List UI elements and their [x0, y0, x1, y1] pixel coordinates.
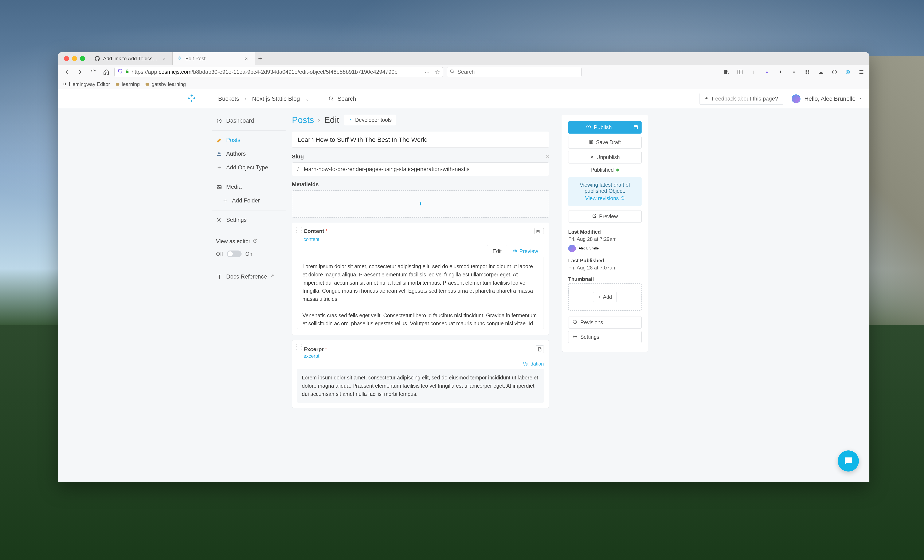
- svg-point-18: [515, 250, 516, 252]
- help-icon[interactable]: [253, 238, 258, 245]
- sidebar-item-docs[interactable]: Docs Reference ↗: [212, 271, 286, 283]
- extension-icon-5[interactable]: ☁: [817, 68, 825, 76]
- preview-tab[interactable]: Preview: [507, 245, 544, 257]
- chevron-down-icon[interactable]: [305, 97, 310, 101]
- page-actions-icon[interactable]: ···: [424, 69, 430, 76]
- bookmark-learning[interactable]: learning: [115, 81, 140, 87]
- bookmark-hemingway[interactable]: H Hemingway Editor: [62, 81, 110, 87]
- button-label: Add: [603, 294, 612, 300]
- breadcrumb-posts[interactable]: Posts: [292, 115, 314, 125]
- url-text: https://app.cosmicjs.com/b8bdab30-e91e-1…: [132, 69, 422, 75]
- button-label: Publish: [594, 124, 612, 130]
- window-close-button[interactable]: [64, 56, 69, 61]
- tab-close-button[interactable]: ×: [162, 55, 166, 62]
- validation-link[interactable]: Validation: [297, 361, 544, 367]
- excerpt-body[interactable]: Lorem ipsum dolor sit amet, consectetur …: [297, 369, 544, 403]
- url-bar[interactable]: https://app.cosmicjs.com/b8bdab30-e91e-1…: [114, 67, 443, 77]
- post-title-input[interactable]: [292, 132, 549, 148]
- browser-tab-bar: Add link to Add Topics button s × Edit P…: [58, 52, 869, 65]
- close-icon[interactable]: ×: [546, 153, 549, 160]
- drag-handle-icon[interactable]: ⋮⋮⋮⋮: [294, 228, 304, 231]
- help-chat-button[interactable]: [838, 451, 859, 472]
- revisions-button[interactable]: Revisions: [568, 316, 642, 329]
- button-label: Unpublish: [596, 154, 620, 160]
- sidebar-item-add-folder[interactable]: Add Folder: [212, 195, 286, 207]
- tab-label: Edit: [492, 248, 502, 254]
- window-maximize-button[interactable]: [80, 56, 85, 61]
- svg-point-9: [847, 71, 849, 73]
- user-menu[interactable]: Hello, Alec Brunelle: [792, 94, 863, 103]
- tab-close-button[interactable]: ×: [244, 55, 249, 62]
- new-tab-button[interactable]: +: [255, 55, 266, 63]
- reload-button[interactable]: [88, 67, 98, 77]
- thumbnail-dropzone[interactable]: + Add: [568, 283, 642, 311]
- plus-icon: [222, 198, 228, 204]
- metafields-label: Metafields: [292, 181, 319, 188]
- extension-icon-7[interactable]: [844, 68, 852, 76]
- sidebar-item-media[interactable]: Media: [212, 181, 286, 193]
- hamburger-menu-icon[interactable]: [858, 68, 865, 76]
- editor-toggle[interactable]: [227, 250, 242, 257]
- chevron-down-icon: [859, 96, 863, 102]
- extension-icon-6[interactable]: [831, 68, 838, 76]
- window-minimize-button[interactable]: [72, 56, 77, 61]
- drag-handle-icon[interactable]: ⋮⋮⋮⋮: [294, 345, 304, 349]
- view-revisions-link[interactable]: View revisions: [585, 195, 624, 201]
- content-key[interactable]: content: [297, 237, 544, 242]
- svg-point-7: [832, 70, 837, 74]
- sidebar-item-dashboard[interactable]: Dashboard: [212, 115, 286, 127]
- browser-tab-cosmic[interactable]: Edit Post ×: [172, 52, 255, 65]
- extension-icon-1[interactable]: ●: [763, 68, 771, 76]
- page-header: Posts › Edit Developer tools: [292, 115, 549, 125]
- browser-search-input[interactable]: [458, 69, 578, 75]
- app-search[interactable]: Search: [328, 96, 356, 102]
- bookmark-gatsby[interactable]: gatsby learning: [145, 81, 186, 87]
- slug-input[interactable]: [304, 163, 549, 176]
- publish-button[interactable]: Publish: [568, 121, 630, 133]
- extension-icon-3[interactable]: ○: [790, 68, 798, 76]
- browser-tab-github[interactable]: Add link to Add Topics button s ×: [90, 52, 172, 65]
- cosmic-logo-icon[interactable]: [186, 93, 197, 104]
- extension-icon-4[interactable]: [804, 68, 811, 76]
- tab-label: Preview: [519, 248, 538, 254]
- draft-info-banner: Viewing latest draft of published Object…: [568, 177, 642, 206]
- forward-button[interactable]: [75, 67, 85, 77]
- document-icon[interactable]: [536, 345, 544, 353]
- extension-icon-2[interactable]: I: [777, 68, 784, 76]
- settings-button[interactable]: Settings: [568, 331, 642, 343]
- sidebar-item-posts[interactable]: Posts: [212, 134, 286, 147]
- sidebar-item-add-object-type[interactable]: Add Object Type: [212, 162, 286, 174]
- developer-tools-button[interactable]: Developer tools: [344, 115, 396, 125]
- edit-tab[interactable]: Edit: [487, 245, 507, 257]
- sidebar-item-settings[interactable]: Settings: [212, 214, 286, 226]
- add-thumbnail-button[interactable]: + Add: [593, 292, 617, 302]
- bookmark-star-icon[interactable]: ☆: [434, 68, 440, 76]
- sidebar-label: Media: [226, 184, 242, 190]
- breadcrumb-buckets[interactable]: Buckets: [218, 96, 239, 102]
- breadcrumb-bucket-name[interactable]: Next.js Static Blog: [252, 96, 300, 102]
- sidebar-toggle-icon[interactable]: [736, 68, 744, 76]
- home-button[interactable]: [101, 67, 111, 77]
- library-icon[interactable]: [723, 68, 730, 76]
- preview-button[interactable]: Preview: [568, 210, 642, 223]
- browser-search-bar[interactable]: [447, 67, 582, 77]
- schedule-button[interactable]: [630, 121, 642, 133]
- save-draft-button[interactable]: Save Draft: [568, 136, 642, 148]
- svg-rect-19: [634, 126, 638, 129]
- sidebar-item-authors[interactable]: Authors: [212, 148, 286, 160]
- cloud-upload-icon: [586, 124, 591, 130]
- feedback-label: Feedback about this page?: [712, 96, 778, 102]
- back-button[interactable]: [62, 67, 72, 77]
- excerpt-key[interactable]: excerpt: [297, 353, 544, 359]
- content-textarea[interactable]: [297, 257, 544, 329]
- feedback-button[interactable]: Feedback about this page?: [699, 93, 783, 105]
- meta-label: Thumbnail: [568, 276, 642, 282]
- unpublish-button[interactable]: ✕ Unpublish: [568, 151, 642, 163]
- tools-icon: [348, 117, 353, 123]
- add-metafield-button[interactable]: +: [292, 190, 549, 218]
- user-name: Alec Brunelle: [579, 247, 598, 250]
- divider: [212, 210, 286, 211]
- eye-icon: [513, 248, 517, 254]
- button-label: Developer tools: [355, 117, 392, 123]
- user-avatar: [568, 245, 576, 252]
